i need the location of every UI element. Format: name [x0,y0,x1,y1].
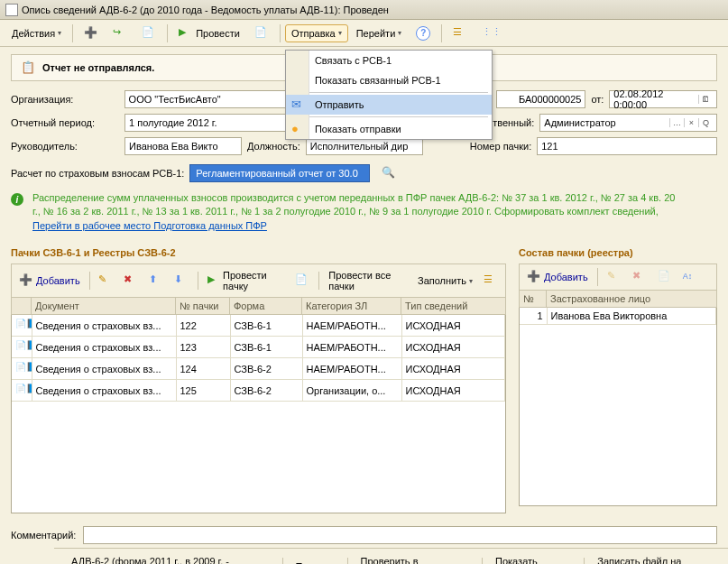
table-row[interactable]: 📘 Сведения о страховых вз...125СЗВ-6-2Ор… [12,380,505,402]
document-icon [5,4,18,16]
row-icon: 📘 [15,362,30,376]
del2-icon [632,270,647,284]
check-xml-button[interactable]: Проверить в CheckXML [355,552,475,564]
period-label: Отчетный период: [11,117,119,128]
info-text: Распределение сумм уплаченных взносов пр… [32,191,675,233]
pack-field[interactable]: 121 [537,137,717,155]
title-bar: Опись сведений АДВ-6-2 (до 2010 года - В… [0,0,728,20]
save-file-menu[interactable]: Записать файл на диск ▾ [591,552,717,564]
toolbar-icon-2[interactable] [106,23,134,44]
fill-menu[interactable]: Заполнить ▾ [413,273,477,289]
info-link[interactable]: Перейти в рабочее место Подготовка данны… [32,220,267,231]
list-view-button[interactable] [447,23,474,44]
col-type[interactable]: Тип сведений [401,298,506,315]
tree-icon [482,26,496,41]
right-grid-header: № Застрахованное лицо [519,290,717,308]
col-form[interactable]: Форма [230,298,302,315]
provesti-all-button[interactable]: Провести все пачки [324,267,411,294]
table-row[interactable]: 📘 Сведения о страховых вз...124СЗВ-6-2НА… [12,358,505,380]
print-menu[interactable]: Печать ▾ [290,558,341,564]
calc-field[interactable]: Регламентированный отчет от 30.0 [189,164,370,182]
toolbar-icon-1[interactable] [78,23,105,44]
right-tb-4[interactable] [678,267,702,287]
calc-label: Расчет по страховым взносам РСВ-1: [11,168,184,179]
position-label: Должность: [247,141,300,152]
doc-icon [142,26,156,41]
report-icon [21,60,35,75]
table-row[interactable]: 📘 Сведения о страховых вз...123СЗВ-6-1НА… [12,337,505,358]
toolbar-icon-4[interactable] [248,23,275,44]
menu-send[interactable]: Отправить [286,95,492,115]
col-num[interactable]: № пачки [176,298,230,315]
left-panel-toolbar: Добавить Провести пачку Провести все пач… [11,264,506,297]
add-button-right[interactable]: Добавить [522,267,593,287]
left-grid-body[interactable]: 📘 Сведения о страховых вз...122СЗВ-6-1НА… [11,315,506,513]
calc-search-button[interactable] [375,162,402,184]
play-icon [179,26,193,41]
delete-row-button[interactable] [119,271,143,291]
plus-icon [19,273,33,288]
help-button[interactable] [410,23,437,44]
edit-icon [98,273,113,288]
row-icon: 📘 [15,319,30,333]
add-button[interactable]: Добавить [14,271,85,291]
pack-extra-button[interactable] [290,271,314,291]
notice-text: Отчет не отправлялся. [42,62,154,73]
sort-icon [683,270,697,284]
provesti-button[interactable]: Провести [172,23,246,44]
comment-input[interactable] [83,526,717,544]
resp-field[interactable]: Администратор…×Q [539,114,717,132]
toolbar-icon-3[interactable] [135,23,162,44]
number-field[interactable]: БА000000025 [496,90,586,108]
resp-clear-btn[interactable]: × [684,118,698,127]
tree-view-button[interactable] [475,23,502,44]
right-section-title: Состав пачки (реестра) [519,247,717,258]
col-doc[interactable]: Документ [32,298,176,315]
right-tb-2[interactable] [628,267,651,287]
menu-show-linked[interactable]: Показать связанный РСВ-1 [286,70,492,90]
doc2-icon [254,26,269,41]
move-up-button[interactable] [144,271,168,291]
edit-row-button[interactable] [94,271,117,291]
search-icon [382,166,396,180]
resp-select-btn[interactable]: … [669,118,684,127]
org-label: Организация: [11,94,119,105]
right-grid-body[interactable]: 1Иванова Ева Викторовна [519,308,717,506]
send-dropdown: Связать с РСВ-1 Показать связанный РСВ-1… [285,50,493,140]
main-toolbar: Действия ▾ Провести Отправка ▾ Связать с… [0,20,728,47]
list-icon [453,26,467,41]
provesti-pack-button[interactable]: Провести пачку [203,267,289,294]
move-down-button[interactable] [170,271,193,291]
plus2-icon [527,270,541,284]
date-field[interactable]: 02.08.2012 0:00:00🗓 [609,90,717,108]
menu-link-rsv[interactable]: Связать с РСВ-1 [286,51,492,70]
show-file-menu[interactable]: Показать файл ▾ [489,552,577,564]
window-title: Опись сведений АДВ-6-2 (до 2010 года - В… [22,5,389,15]
col-person[interactable]: Застрахованное лицо [547,291,717,308]
ball-icon [291,122,306,136]
menu-show-sends[interactable]: Показать отправки [286,119,492,139]
comment-label: Комментарий: [11,530,76,541]
manager-field[interactable]: Иванова Ева Викто [124,137,242,155]
col-rnum[interactable]: № [520,291,547,308]
right-tb-3[interactable] [653,267,677,287]
right-tb-1[interactable] [603,267,626,287]
col-cat[interactable]: Категория ЗЛ [302,298,401,315]
doc3-icon [295,273,309,288]
send-menu-button[interactable]: Отправка ▾ [285,24,348,42]
table-row[interactable]: 1Иванова Ева Викторовна [520,308,716,325]
right-panel-toolbar: Добавить [519,264,717,290]
adv-button[interactable]: АДВ-6-2 (форма 2011 г., в 2009 г. - АДВ-… [65,552,276,564]
date-picker-btn[interactable]: 🗓 [698,95,713,104]
pack-label: Номер пачки: [470,141,532,152]
info-icon [11,193,25,208]
edit2-icon [607,270,622,284]
resp-open-btn[interactable]: Q [698,118,713,127]
goto-menu[interactable]: Перейти ▾ [350,24,409,42]
actions-menu[interactable]: Действия ▾ [5,24,68,42]
help-icon [416,26,430,41]
position-field[interactable]: Исполнительный дир [306,137,423,155]
table-row[interactable]: 📘 Сведения о страховых вз...122СЗВ-6-1НА… [12,315,505,337]
left-tb-extra[interactable] [479,271,502,291]
manager-label: Руководитель: [11,141,119,152]
